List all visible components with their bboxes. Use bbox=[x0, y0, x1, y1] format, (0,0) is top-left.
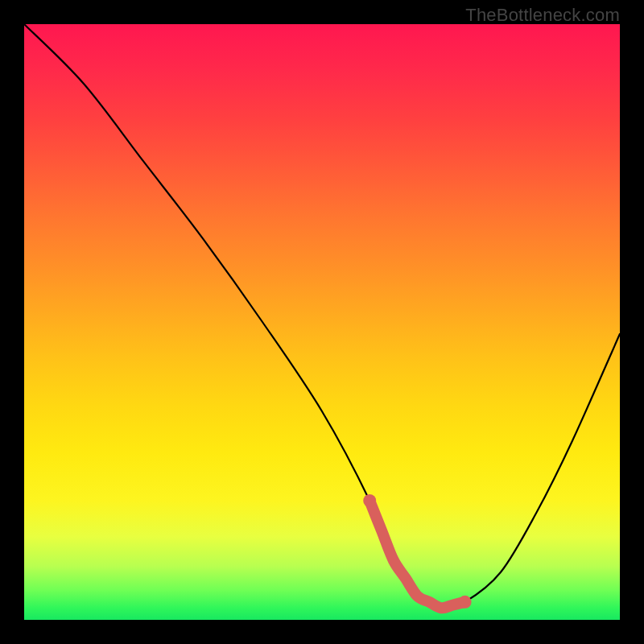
curve-svg bbox=[24, 24, 620, 620]
chart-frame: TheBottleneck.com bbox=[0, 0, 644, 644]
bottleneck-curve-path bbox=[24, 24, 620, 609]
watermark-label: TheBottleneck.com bbox=[465, 5, 620, 26]
highlight-band-path bbox=[369, 501, 464, 608]
plot-area bbox=[24, 24, 620, 620]
highlight-start-dot bbox=[363, 494, 376, 507]
highlight-end-dot bbox=[459, 596, 472, 609]
